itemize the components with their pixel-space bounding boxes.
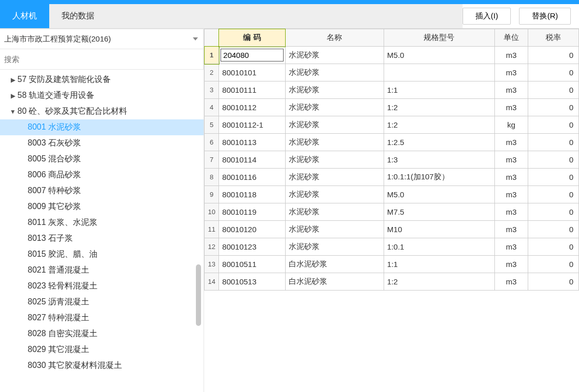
- cell-code[interactable]: 80010113: [219, 134, 285, 151]
- row-index[interactable]: 3: [205, 81, 219, 99]
- cell-tax[interactable]: 0: [528, 47, 578, 64]
- row-index[interactable]: 2: [205, 64, 219, 81]
- table-row[interactable]: 1280010123水泥砂浆1:0.1m30: [205, 238, 579, 256]
- cell-tax[interactable]: 0: [528, 238, 578, 256]
- cell-spec[interactable]: 1:1: [384, 256, 494, 273]
- cell-tax[interactable]: 0: [528, 273, 578, 291]
- cell-code[interactable]: 80010119: [219, 203, 285, 221]
- cell-spec[interactable]: 1:0.1:1(加107胶）: [384, 169, 494, 186]
- row-index[interactable]: 4: [205, 99, 219, 116]
- row-index[interactable]: 1: [205, 47, 219, 64]
- cell-unit[interactable]: m3: [495, 238, 528, 256]
- tree-child[interactable]: 8021 普通混凝土: [0, 262, 204, 278]
- row-index[interactable]: 11: [205, 221, 219, 238]
- tree-parent[interactable]: ▶57 安防及建筑智能化设备: [0, 72, 204, 88]
- cell-name[interactable]: 水泥砂浆: [285, 203, 384, 221]
- row-index[interactable]: 12: [205, 238, 219, 256]
- cell-unit[interactable]: m3: [495, 256, 528, 273]
- cell-spec[interactable]: M7.5: [384, 203, 494, 221]
- tree-child[interactable]: 8009 其它砂浆: [0, 199, 204, 215]
- search-input[interactable]: [4, 55, 199, 64]
- row-index[interactable]: 7: [205, 151, 219, 169]
- cell-name[interactable]: 水泥砂浆: [285, 151, 384, 169]
- cell-name[interactable]: 水泥砂浆: [285, 47, 384, 64]
- table-row[interactable]: 1380010511白水泥砂浆1:1m30: [205, 256, 579, 273]
- cell-code[interactable]: [219, 47, 285, 64]
- row-index[interactable]: 5: [205, 116, 219, 134]
- cell-tax[interactable]: 0: [528, 134, 578, 151]
- row-index[interactable]: 8: [205, 169, 219, 186]
- table-row[interactable]: 680010113水泥砂浆1:2.5m30: [205, 134, 579, 151]
- cell-tax[interactable]: 0: [528, 64, 578, 81]
- cell-name[interactable]: 水泥砂浆: [285, 64, 384, 81]
- cell-tax[interactable]: 0: [528, 221, 578, 238]
- cell-name[interactable]: 水泥砂浆: [285, 99, 384, 116]
- cell-unit[interactable]: m3: [495, 99, 528, 116]
- cell-code[interactable]: 80010101: [219, 64, 285, 81]
- tree-child[interactable]: 8028 自密实混凝土: [0, 326, 204, 342]
- cell-unit[interactable]: m3: [495, 186, 528, 203]
- cell-unit[interactable]: m3: [495, 64, 528, 81]
- cell-name[interactable]: 水泥砂浆: [285, 134, 384, 151]
- replace-button[interactable]: 替换(R): [519, 8, 571, 25]
- category-tree[interactable]: ▶57 安防及建筑智能化设备▶58 轨道交通专用设备▼80 砼、砂浆及其它配合比…: [0, 70, 204, 392]
- cell-spec[interactable]: M10: [384, 221, 494, 238]
- cell-code[interactable]: 80010114: [219, 151, 285, 169]
- cell-name[interactable]: 水泥砂浆: [285, 169, 384, 186]
- cell-unit[interactable]: m3: [495, 81, 528, 99]
- grid-header-code[interactable]: 编 码: [219, 29, 285, 47]
- cell-tax[interactable]: 0: [528, 203, 578, 221]
- cell-code[interactable]: 80010513: [219, 273, 285, 291]
- cell-name[interactable]: 白水泥砂浆: [285, 273, 384, 291]
- tree-parent[interactable]: ▶58 轨道交通专用设备: [0, 88, 204, 104]
- tree-child[interactable]: 8006 商品砂浆: [0, 167, 204, 183]
- cell-name[interactable]: 水泥砂浆: [285, 116, 384, 134]
- tree-child[interactable]: 8011 灰浆、水泥浆: [0, 215, 204, 231]
- insert-button[interactable]: 插入(I): [463, 8, 511, 25]
- row-index[interactable]: 6: [205, 134, 219, 151]
- cell-unit[interactable]: m3: [495, 221, 528, 238]
- grid-corner[interactable]: [205, 29, 219, 47]
- tree-child[interactable]: 8013 石子浆: [0, 231, 204, 246]
- cell-spec[interactable]: 1:2: [384, 116, 494, 134]
- cell-spec[interactable]: 1:2.5: [384, 134, 494, 151]
- table-row[interactable]: 780010114水泥砂浆1:3m30: [205, 151, 579, 169]
- cell-spec[interactable]: 1:1: [384, 81, 494, 99]
- grid-header-name[interactable]: 名称: [285, 29, 384, 47]
- cell-name[interactable]: 水泥砂浆: [285, 81, 384, 99]
- grid-header-tax[interactable]: 税率: [528, 29, 578, 47]
- table-row[interactable]: 580010112-1水泥砂浆1:2kg0: [205, 116, 579, 134]
- table-row[interactable]: 880010116水泥砂浆1:0.1:1(加107胶）m30: [205, 169, 579, 186]
- tab-rencaiji[interactable]: 人材机: [0, 4, 49, 28]
- cell-tax[interactable]: 0: [528, 169, 578, 186]
- cell-code[interactable]: 80010123: [219, 238, 285, 256]
- cell-name[interactable]: 白水泥砂浆: [285, 256, 384, 273]
- table-row[interactable]: 1080010119水泥砂浆M7.5m30: [205, 203, 579, 221]
- tree-child[interactable]: 8015 胶泥、腊、油: [0, 246, 204, 262]
- cell-code[interactable]: 80010511: [219, 256, 285, 273]
- row-index[interactable]: 9: [205, 186, 219, 203]
- row-index[interactable]: 13: [205, 256, 219, 273]
- cell-code[interactable]: 80010116: [219, 169, 285, 186]
- tree-child[interactable]: 8003 石灰砂浆: [0, 135, 204, 151]
- cell-spec[interactable]: M5.0: [384, 47, 494, 64]
- cell-code[interactable]: 80010112: [219, 99, 285, 116]
- cell-code[interactable]: 80010120: [219, 221, 285, 238]
- cell-tax[interactable]: 0: [528, 151, 578, 169]
- row-index[interactable]: 10: [205, 203, 219, 221]
- quota-dropdown[interactable]: 上海市市政工程预算定额(2016): [0, 29, 204, 49]
- cell-spec[interactable]: 1:3: [384, 151, 494, 169]
- tree-child[interactable]: 8029 其它混凝土: [0, 342, 204, 358]
- cell-spec[interactable]: M5.0: [384, 186, 494, 203]
- cell-unit[interactable]: m3: [495, 169, 528, 186]
- cell-unit[interactable]: m3: [495, 273, 528, 291]
- cell-name[interactable]: 水泥砂浆: [285, 186, 384, 203]
- table-row[interactable]: 980010118水泥砂浆M5.0m30: [205, 186, 579, 203]
- tree-parent[interactable]: ▼80 砼、砂浆及其它配合比材料: [0, 104, 204, 119]
- table-row[interactable]: 1水泥砂浆M5.0m30: [205, 47, 579, 64]
- cell-spec[interactable]: [384, 64, 494, 81]
- grid-header-unit[interactable]: 单位: [495, 29, 528, 47]
- cell-name[interactable]: 水泥砂浆: [285, 221, 384, 238]
- cell-unit[interactable]: m3: [495, 151, 528, 169]
- tree-child[interactable]: 8027 特种混凝土: [0, 310, 204, 326]
